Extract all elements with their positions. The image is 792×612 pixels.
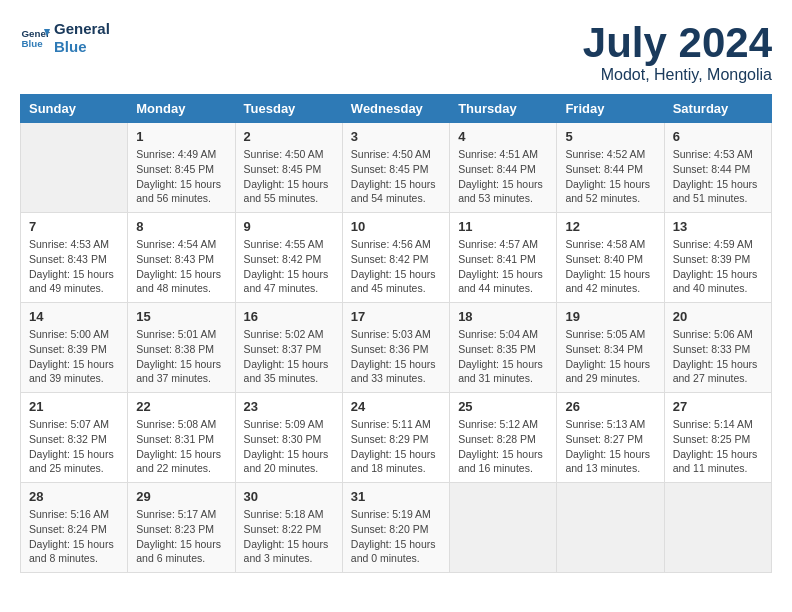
day-cell: 19Sunrise: 5:05 AM Sunset: 8:34 PM Dayli…: [557, 303, 664, 393]
day-number: 24: [351, 399, 441, 414]
day-number: 27: [673, 399, 763, 414]
day-info: Sunrise: 4:59 AM Sunset: 8:39 PM Dayligh…: [673, 237, 763, 296]
day-cell: 2Sunrise: 4:50 AM Sunset: 8:45 PM Daylig…: [235, 123, 342, 213]
day-info: Sunrise: 4:54 AM Sunset: 8:43 PM Dayligh…: [136, 237, 226, 296]
day-cell: 23Sunrise: 5:09 AM Sunset: 8:30 PM Dayli…: [235, 393, 342, 483]
day-number: 14: [29, 309, 119, 324]
day-number: 2: [244, 129, 334, 144]
day-info: Sunrise: 4:49 AM Sunset: 8:45 PM Dayligh…: [136, 147, 226, 206]
day-number: 21: [29, 399, 119, 414]
day-number: 30: [244, 489, 334, 504]
day-number: 15: [136, 309, 226, 324]
day-cell: 10Sunrise: 4:56 AM Sunset: 8:42 PM Dayli…: [342, 213, 449, 303]
day-info: Sunrise: 4:58 AM Sunset: 8:40 PM Dayligh…: [565, 237, 655, 296]
day-info: Sunrise: 5:05 AM Sunset: 8:34 PM Dayligh…: [565, 327, 655, 386]
day-cell: 13Sunrise: 4:59 AM Sunset: 8:39 PM Dayli…: [664, 213, 771, 303]
day-number: 4: [458, 129, 548, 144]
day-cell: [664, 483, 771, 573]
day-cell: 4Sunrise: 4:51 AM Sunset: 8:44 PM Daylig…: [450, 123, 557, 213]
day-cell: 28Sunrise: 5:16 AM Sunset: 8:24 PM Dayli…: [21, 483, 128, 573]
day-number: 8: [136, 219, 226, 234]
day-number: 26: [565, 399, 655, 414]
main-title: July 2024: [583, 20, 772, 66]
header-cell-sunday: Sunday: [21, 95, 128, 123]
day-info: Sunrise: 5:13 AM Sunset: 8:27 PM Dayligh…: [565, 417, 655, 476]
day-cell: 3Sunrise: 4:50 AM Sunset: 8:45 PM Daylig…: [342, 123, 449, 213]
day-cell: 7Sunrise: 4:53 AM Sunset: 8:43 PM Daylig…: [21, 213, 128, 303]
logo-text-general: General: [54, 20, 110, 38]
day-cell: 1Sunrise: 4:49 AM Sunset: 8:45 PM Daylig…: [128, 123, 235, 213]
day-cell: 21Sunrise: 5:07 AM Sunset: 8:32 PM Dayli…: [21, 393, 128, 483]
header-cell-thursday: Thursday: [450, 95, 557, 123]
day-info: Sunrise: 4:55 AM Sunset: 8:42 PM Dayligh…: [244, 237, 334, 296]
day-number: 20: [673, 309, 763, 324]
day-info: Sunrise: 5:18 AM Sunset: 8:22 PM Dayligh…: [244, 507, 334, 566]
day-number: 11: [458, 219, 548, 234]
day-number: 18: [458, 309, 548, 324]
day-number: 16: [244, 309, 334, 324]
day-number: 12: [565, 219, 655, 234]
header-cell-wednesday: Wednesday: [342, 95, 449, 123]
day-info: Sunrise: 5:00 AM Sunset: 8:39 PM Dayligh…: [29, 327, 119, 386]
logo-text-blue: Blue: [54, 38, 110, 56]
day-info: Sunrise: 5:01 AM Sunset: 8:38 PM Dayligh…: [136, 327, 226, 386]
header-cell-friday: Friday: [557, 95, 664, 123]
svg-text:Blue: Blue: [22, 38, 44, 49]
day-info: Sunrise: 5:02 AM Sunset: 8:37 PM Dayligh…: [244, 327, 334, 386]
day-cell: 29Sunrise: 5:17 AM Sunset: 8:23 PM Dayli…: [128, 483, 235, 573]
day-number: 10: [351, 219, 441, 234]
day-cell: 27Sunrise: 5:14 AM Sunset: 8:25 PM Dayli…: [664, 393, 771, 483]
day-info: Sunrise: 4:57 AM Sunset: 8:41 PM Dayligh…: [458, 237, 548, 296]
day-cell: [450, 483, 557, 573]
day-cell: 9Sunrise: 4:55 AM Sunset: 8:42 PM Daylig…: [235, 213, 342, 303]
title-section: July 2024 Modot, Hentiy, Mongolia: [583, 20, 772, 84]
day-number: 23: [244, 399, 334, 414]
day-number: 25: [458, 399, 548, 414]
subtitle: Modot, Hentiy, Mongolia: [583, 66, 772, 84]
day-info: Sunrise: 5:16 AM Sunset: 8:24 PM Dayligh…: [29, 507, 119, 566]
day-info: Sunrise: 4:53 AM Sunset: 8:43 PM Dayligh…: [29, 237, 119, 296]
day-number: 29: [136, 489, 226, 504]
header: General Blue General Blue July 2024 Modo…: [20, 20, 772, 84]
day-cell: 18Sunrise: 5:04 AM Sunset: 8:35 PM Dayli…: [450, 303, 557, 393]
day-info: Sunrise: 5:11 AM Sunset: 8:29 PM Dayligh…: [351, 417, 441, 476]
logo-icon: General Blue: [20, 23, 50, 53]
day-cell: 8Sunrise: 4:54 AM Sunset: 8:43 PM Daylig…: [128, 213, 235, 303]
day-cell: 31Sunrise: 5:19 AM Sunset: 8:20 PM Dayli…: [342, 483, 449, 573]
day-number: 19: [565, 309, 655, 324]
day-number: 3: [351, 129, 441, 144]
day-info: Sunrise: 5:14 AM Sunset: 8:25 PM Dayligh…: [673, 417, 763, 476]
day-number: 5: [565, 129, 655, 144]
day-info: Sunrise: 5:08 AM Sunset: 8:31 PM Dayligh…: [136, 417, 226, 476]
day-number: 6: [673, 129, 763, 144]
day-number: 9: [244, 219, 334, 234]
day-number: 1: [136, 129, 226, 144]
day-info: Sunrise: 5:17 AM Sunset: 8:23 PM Dayligh…: [136, 507, 226, 566]
day-info: Sunrise: 5:09 AM Sunset: 8:30 PM Dayligh…: [244, 417, 334, 476]
day-info: Sunrise: 5:03 AM Sunset: 8:36 PM Dayligh…: [351, 327, 441, 386]
day-info: Sunrise: 4:50 AM Sunset: 8:45 PM Dayligh…: [351, 147, 441, 206]
day-info: Sunrise: 5:04 AM Sunset: 8:35 PM Dayligh…: [458, 327, 548, 386]
header-cell-tuesday: Tuesday: [235, 95, 342, 123]
day-cell: [557, 483, 664, 573]
day-info: Sunrise: 5:07 AM Sunset: 8:32 PM Dayligh…: [29, 417, 119, 476]
day-number: 31: [351, 489, 441, 504]
day-cell: [21, 123, 128, 213]
day-number: 7: [29, 219, 119, 234]
day-info: Sunrise: 4:50 AM Sunset: 8:45 PM Dayligh…: [244, 147, 334, 206]
day-number: 13: [673, 219, 763, 234]
day-cell: 15Sunrise: 5:01 AM Sunset: 8:38 PM Dayli…: [128, 303, 235, 393]
day-cell: 17Sunrise: 5:03 AM Sunset: 8:36 PM Dayli…: [342, 303, 449, 393]
day-cell: 30Sunrise: 5:18 AM Sunset: 8:22 PM Dayli…: [235, 483, 342, 573]
day-info: Sunrise: 4:52 AM Sunset: 8:44 PM Dayligh…: [565, 147, 655, 206]
day-info: Sunrise: 5:12 AM Sunset: 8:28 PM Dayligh…: [458, 417, 548, 476]
day-cell: 16Sunrise: 5:02 AM Sunset: 8:37 PM Dayli…: [235, 303, 342, 393]
week-row-4: 21Sunrise: 5:07 AM Sunset: 8:32 PM Dayli…: [21, 393, 772, 483]
day-info: Sunrise: 5:06 AM Sunset: 8:33 PM Dayligh…: [673, 327, 763, 386]
week-row-1: 1Sunrise: 4:49 AM Sunset: 8:45 PM Daylig…: [21, 123, 772, 213]
day-cell: 24Sunrise: 5:11 AM Sunset: 8:29 PM Dayli…: [342, 393, 449, 483]
header-cell-saturday: Saturday: [664, 95, 771, 123]
day-number: 22: [136, 399, 226, 414]
day-number: 17: [351, 309, 441, 324]
week-row-3: 14Sunrise: 5:00 AM Sunset: 8:39 PM Dayli…: [21, 303, 772, 393]
